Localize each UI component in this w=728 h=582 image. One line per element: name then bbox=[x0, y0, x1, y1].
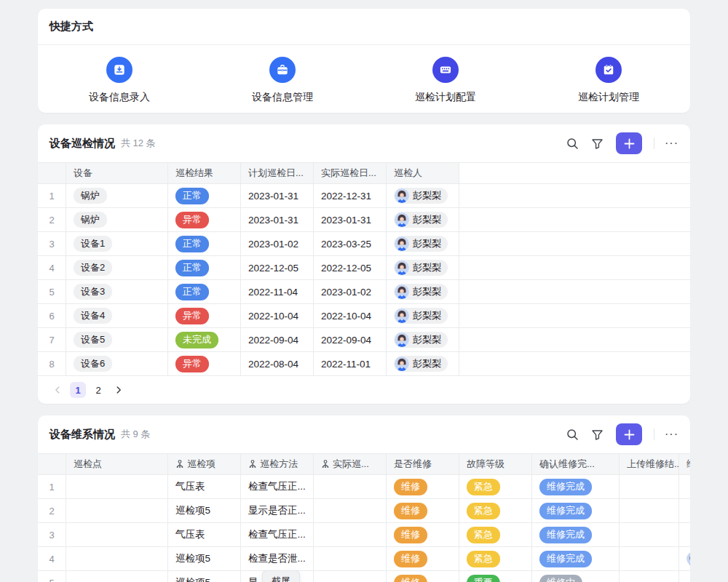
table-cell[interactable] bbox=[679, 571, 690, 582]
table-cell[interactable]: 气压表 bbox=[168, 523, 241, 546]
table-cell[interactable]: 维修完成 bbox=[532, 475, 620, 498]
table-cell[interactable]: 彭梨梨 bbox=[387, 328, 459, 351]
more-options-icon[interactable]: ··· bbox=[665, 428, 678, 440]
table-cell[interactable]: 紧急 bbox=[459, 499, 532, 522]
table-cell[interactable]: 2022-09-04 bbox=[314, 328, 387, 351]
table-cell[interactable]: 巡检项5 bbox=[168, 547, 241, 570]
table-cell[interactable]: 紧急 bbox=[459, 523, 532, 546]
column-header-7[interactable]: 上传维修结... bbox=[620, 454, 679, 474]
column-header-3[interactable]: 实际巡... bbox=[314, 454, 387, 474]
table-cell[interactable] bbox=[66, 499, 168, 522]
table-cell[interactable]: 2022-10-04 bbox=[314, 304, 387, 327]
table-row[interactable]: 2巡检项5显示是否正...维修紧急维修完成 bbox=[38, 499, 690, 523]
table-cell[interactable]: 2022-08-04 bbox=[241, 352, 314, 375]
table-cell[interactable] bbox=[66, 523, 168, 546]
table-cell[interactable]: 维修 bbox=[387, 475, 459, 498]
table-cell[interactable] bbox=[314, 547, 387, 570]
column-header-8[interactable]: 维 bbox=[679, 454, 690, 474]
page-button-2[interactable]: 2 bbox=[90, 382, 106, 398]
table-cell[interactable]: 2023-01-02 bbox=[314, 280, 387, 303]
table-cell[interactable]: 维修 bbox=[387, 499, 459, 522]
table-row[interactable]: 4设备2正常2022-12-052022-12-05彭梨梨 bbox=[38, 256, 690, 280]
filter-icon[interactable] bbox=[590, 136, 604, 151]
column-header-1[interactable]: 巡检结果 bbox=[168, 163, 241, 183]
table-cell[interactable]: 维修 bbox=[387, 571, 459, 582]
column-header-6[interactable]: 确认维修完... bbox=[532, 454, 620, 474]
table-cell[interactable]: 2022-09-04 bbox=[241, 328, 314, 351]
table-cell[interactable]: 未完成 bbox=[168, 328, 241, 351]
table-cell[interactable]: 设备3 bbox=[66, 280, 168, 303]
table-cell[interactable] bbox=[314, 475, 387, 498]
search-icon[interactable] bbox=[565, 427, 579, 442]
filter-icon[interactable] bbox=[590, 427, 604, 442]
table-cell[interactable]: 异常 bbox=[168, 208, 241, 231]
table-cell[interactable]: 2023-01-31 bbox=[241, 184, 314, 207]
table-row[interactable]: 5巡检项5显...维修重要维修中 bbox=[38, 571, 690, 582]
search-icon[interactable] bbox=[565, 136, 579, 151]
table-cell[interactable]: 巡检项5 bbox=[168, 571, 241, 582]
table-cell[interactable]: 彭梨梨 bbox=[387, 208, 459, 231]
table-cell[interactable]: 2022-11-04 bbox=[241, 280, 314, 303]
table-cell[interactable]: 彭梨梨 bbox=[387, 280, 459, 303]
column-header-2[interactable]: 巡检方法 bbox=[241, 454, 314, 474]
table-cell[interactable]: 巡检项5 bbox=[168, 499, 241, 522]
table-cell[interactable]: 设备4 bbox=[66, 304, 168, 327]
shortcut-item-2[interactable]: 设备信息管理 bbox=[201, 57, 364, 104]
column-header-4[interactable]: 巡检人 bbox=[387, 163, 459, 183]
table-cell[interactable]: 设备5 bbox=[66, 328, 168, 351]
column-header-4[interactable]: 是否维修 bbox=[387, 454, 459, 474]
page-button-1[interactable]: 1 bbox=[70, 382, 86, 398]
table-cell[interactable]: 显示是否正... bbox=[241, 499, 314, 522]
table-cell[interactable]: 维修 bbox=[387, 523, 459, 546]
table-cell[interactable] bbox=[314, 571, 387, 582]
add-record-button[interactable] bbox=[616, 132, 642, 154]
table-cell[interactable]: 2023-01-02 bbox=[241, 232, 314, 255]
table-row[interactable]: 8设备6异常2022-08-042022-11-01彭梨梨 bbox=[38, 352, 690, 376]
table-row[interactable]: 4巡检项5检查是否泄...维修紧急维修完成 bbox=[38, 547, 690, 571]
table-cell[interactable]: 维修完成 bbox=[532, 499, 620, 522]
table-cell[interactable]: 检查是否泄... bbox=[241, 547, 314, 570]
prev-page-icon[interactable] bbox=[50, 382, 66, 398]
table-cell[interactable]: 紧急 bbox=[459, 475, 532, 498]
table-cell[interactable]: 设备1 bbox=[66, 232, 168, 255]
table-cell[interactable] bbox=[679, 547, 690, 570]
table-cell[interactable] bbox=[620, 571, 679, 582]
table-cell[interactable]: 2022-12-05 bbox=[241, 256, 314, 279]
column-header-0[interactable]: 设备 bbox=[66, 163, 168, 183]
shortcut-item-1[interactable]: 设备信息录入 bbox=[38, 57, 201, 104]
table-cell[interactable]: 检查气压正... bbox=[241, 523, 314, 546]
table-cell[interactable]: 2022-10-04 bbox=[241, 304, 314, 327]
table-cell[interactable] bbox=[620, 523, 679, 546]
table-cell[interactable] bbox=[620, 547, 679, 570]
table-row[interactable]: 3设备1正常2023-01-022023-03-25彭梨梨 bbox=[38, 232, 690, 256]
table-cell[interactable]: 气压表 bbox=[168, 475, 241, 498]
table-cell[interactable]: 正常 bbox=[168, 184, 241, 207]
table-cell[interactable]: 锅炉 bbox=[66, 184, 168, 207]
table-row[interactable]: 5设备3正常2022-11-042023-01-02彭梨梨 bbox=[38, 280, 690, 304]
table-cell[interactable]: 正常 bbox=[168, 280, 241, 303]
add-record-button[interactable] bbox=[616, 423, 642, 445]
table-cell[interactable]: 正常 bbox=[168, 256, 241, 279]
table-cell[interactable]: 检查气压正... bbox=[241, 475, 314, 498]
table-row[interactable]: 3气压表检查气压正...维修紧急维修完成 bbox=[38, 523, 690, 547]
table-cell[interactable]: 紧急 bbox=[459, 547, 532, 570]
table-row[interactable]: 2锅炉异常2023-01-312023-01-31彭梨梨 bbox=[38, 208, 690, 232]
table-cell[interactable] bbox=[620, 475, 679, 498]
table-cell[interactable]: 维修完成 bbox=[532, 523, 620, 546]
table-cell[interactable]: 2022-12-31 bbox=[314, 184, 387, 207]
column-header-0[interactable]: 巡检点 bbox=[66, 454, 168, 474]
table-cell[interactable] bbox=[66, 547, 168, 570]
table-cell[interactable]: 异常 bbox=[168, 352, 241, 375]
table-cell[interactable]: 设备6 bbox=[66, 352, 168, 375]
table-cell[interactable]: 重要 bbox=[459, 571, 532, 582]
next-page-icon[interactable] bbox=[111, 382, 127, 398]
table-cell[interactable]: 维修完成 bbox=[532, 547, 620, 570]
table-cell[interactable] bbox=[620, 499, 679, 522]
table-cell[interactable]: 彭梨梨 bbox=[387, 256, 459, 279]
column-header-5[interactable]: 故障等级 bbox=[459, 454, 532, 474]
table-row[interactable]: 6设备4异常2022-10-042022-10-04彭梨梨 bbox=[38, 304, 690, 328]
table-cell[interactable]: 2022-12-05 bbox=[314, 256, 387, 279]
table-row[interactable]: 1锅炉正常2023-01-312022-12-31彭梨梨 bbox=[38, 184, 690, 208]
table-row[interactable]: 1气压表检查气压正...维修紧急维修完成 bbox=[38, 475, 690, 499]
column-header-1[interactable]: 巡检项 bbox=[168, 454, 241, 474]
